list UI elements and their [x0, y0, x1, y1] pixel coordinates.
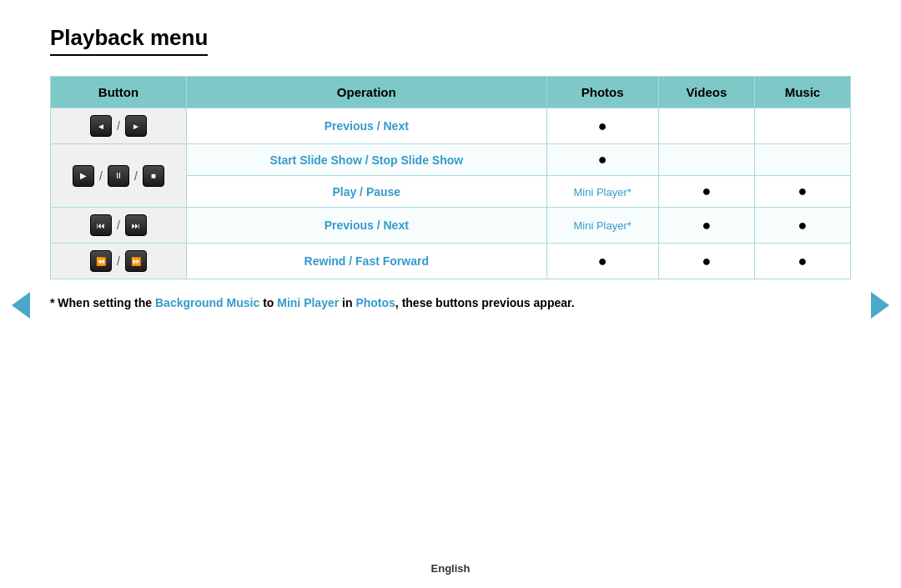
footnote-before: * When setting the	[50, 296, 155, 309]
music-cell-slideshow	[754, 144, 850, 176]
next-button-icon: ►	[125, 115, 147, 137]
footnote-link-mini-player: Mini Player	[277, 296, 339, 309]
btn-group-prev-next-track: ⏮ / ⏭	[56, 214, 181, 236]
prev-button-icon: ◄	[90, 115, 112, 137]
footnote-after: , these buttons previous appear.	[395, 296, 575, 309]
operation-text-3: Previous / Next	[325, 219, 409, 232]
operation-cell-slideshow: Start Slide Show / Stop Slide Show	[187, 144, 547, 176]
operation-text-slideshow: Start Slide Show / Stop Slide Show	[269, 153, 463, 167]
photos-cell-3: Mini Player*	[546, 208, 658, 244]
operation-text-play: Play / Pause	[332, 185, 400, 199]
footnote-text: * When setting the Background Music to M…	[50, 296, 575, 309]
rewind-icon: ⏪	[90, 250, 112, 272]
footer-language: English	[431, 562, 471, 575]
videos-bullet-3: ●	[702, 217, 711, 234]
play-button-icon: ▶	[73, 165, 94, 187]
separator: /	[99, 169, 103, 183]
table-row: ▶ / ⏸ / ■ Start Slide Show / Stop Slide …	[51, 144, 851, 176]
footnote-area: * When setting the Background Music to M…	[50, 296, 851, 309]
page-container: Playback menu Button Operation Photos Vi…	[0, 0, 901, 326]
videos-bullet-play: ●	[702, 183, 711, 199]
pause-button-icon: ⏸	[108, 165, 129, 187]
footnote-middle2: in	[339, 296, 355, 309]
stop-button-icon: ■	[143, 165, 164, 187]
photos-bullet-slideshow: ●	[598, 151, 607, 168]
button-cell-1: ◄ / ►	[51, 108, 187, 144]
footnote-link-photos: Photos	[355, 296, 395, 309]
playback-menu-table: Button Operation Photos Videos Music ◄ /…	[50, 76, 851, 279]
music-cell-4: ●	[754, 244, 850, 279]
table-wrapper: Button Operation Photos Videos Music ◄ /…	[50, 76, 851, 279]
table-row: ⏪ / ⏩ Rewind / Fast Forward ● ●	[51, 244, 851, 279]
fastforward-icon: ⏩	[125, 250, 147, 272]
operation-cell-1: Previous / Next	[187, 108, 547, 144]
next-track-icon: ⏭	[125, 214, 147, 236]
operation-text-1: Previous / Next	[325, 119, 409, 133]
prev-track-icon: ⏮	[90, 214, 112, 236]
videos-cell-slideshow	[658, 144, 754, 176]
photos-bullet-4: ●	[598, 253, 607, 269]
music-cell-1	[754, 108, 850, 144]
button-cell-4: ⏪ / ⏩	[51, 244, 187, 279]
btn-group-prev-next-1: ◄ / ►	[56, 115, 181, 137]
footnote-link-bg-music: Background Music	[155, 296, 259, 309]
photos-cell-4: ●	[546, 244, 658, 279]
nav-arrow-right[interactable]	[871, 292, 889, 319]
music-bullet-play: ●	[798, 183, 808, 199]
operation-cell-play: Play / Pause	[187, 176, 547, 208]
videos-cell-4: ●	[658, 244, 754, 279]
col-header-videos: Videos	[658, 77, 754, 108]
videos-cell-play: ●	[658, 176, 754, 208]
music-bullet-3: ●	[798, 217, 808, 234]
button-cell-3: ⏮ / ⏭	[51, 208, 187, 244]
col-header-button: Button	[51, 77, 187, 108]
col-header-operation: Operation	[187, 77, 547, 108]
separator: /	[117, 254, 120, 268]
videos-cell-3: ●	[658, 208, 754, 244]
photos-bullet-1: ●	[598, 118, 607, 134]
music-cell-play: ●	[754, 176, 850, 208]
music-cell-3: ●	[754, 208, 850, 244]
button-cell-2: ▶ / ⏸ / ■	[51, 144, 187, 208]
col-header-music: Music	[754, 77, 850, 108]
operation-cell-4: Rewind / Fast Forward	[187, 244, 547, 279]
table-row: ◄ / ► Previous / Next ●	[51, 108, 851, 144]
separator: /	[117, 119, 120, 133]
col-header-photos: Photos	[546, 77, 658, 108]
photos-cell-play: Mini Player*	[546, 176, 658, 208]
videos-bullet-4: ●	[702, 253, 711, 269]
btn-group-play-pause: ▶ / ⏸ / ■	[56, 165, 181, 187]
music-bullet-4: ●	[798, 253, 808, 269]
table-header-row: Button Operation Photos Videos Music	[51, 77, 851, 108]
page-title: Playback menu	[50, 25, 208, 56]
photos-cell-slideshow: ●	[546, 144, 658, 176]
operation-text-4: Rewind / Fast Forward	[305, 254, 429, 268]
separator: /	[134, 169, 138, 183]
videos-cell-1	[658, 108, 754, 144]
separator: /	[117, 219, 120, 232]
photos-cell-1: ●	[546, 108, 658, 144]
footnote-middle1: to	[259, 296, 277, 309]
table-row: ⏮ / ⏭ Previous / Next Mini Player* ●	[51, 208, 851, 244]
btn-group-rewind-ff: ⏪ / ⏩	[56, 250, 181, 272]
mini-player-label-3: Mini Player*	[574, 219, 632, 232]
nav-arrow-left[interactable]	[12, 292, 30, 319]
mini-player-label-play: Mini Player*	[574, 186, 632, 199]
footer: English	[0, 562, 901, 575]
operation-cell-3: Previous / Next	[187, 208, 547, 244]
